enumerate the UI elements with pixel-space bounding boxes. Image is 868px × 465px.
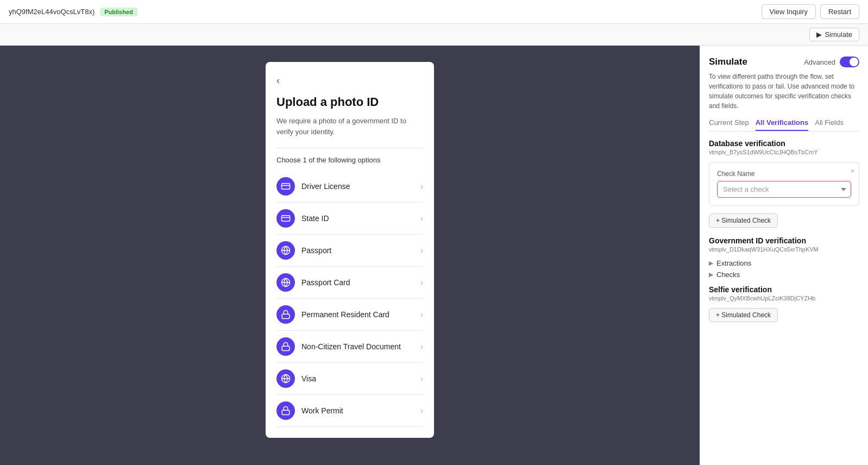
- extractions-label: Extractions: [716, 259, 751, 267]
- panel-header: Simulate Advanced: [709, 56, 859, 67]
- db-verification-id: vtmplv_B7ysS1dW9UcCtcJHQBsTbCmY: [709, 149, 859, 155]
- database-verification-section: Database verification vtmplv_B7ysS1dW9Uc…: [709, 139, 859, 206]
- selfie-verification-section: Selfie verification vtmplv_QyMXBcwhUpLZc…: [709, 285, 859, 301]
- id-option-left-work-permit: Work Permit: [276, 401, 343, 420]
- app-id: yhQ9fM2eL44voQcsLvT8x): [9, 8, 95, 16]
- tab-all-fields[interactable]: All Fields: [815, 118, 844, 131]
- secondary-bar: ▶ Simulate: [0, 24, 868, 46]
- id-option-driver-license[interactable]: Driver License ›: [276, 171, 423, 203]
- chevron-right-icon-driver-license: ›: [420, 182, 423, 191]
- restart-button[interactable]: Restart: [820, 4, 859, 19]
- topbar-left: yhQ9fM2eL44voQcsLvT8x) Published: [9, 8, 137, 16]
- id-option-icon-state-id: [276, 209, 295, 228]
- topbar-right: View Inquiry Restart: [762, 4, 859, 19]
- id-option-icon-passport: [276, 241, 295, 260]
- db-verification-title: Database verification: [709, 139, 859, 148]
- id-option-left-driver-license: Driver License: [276, 177, 350, 196]
- id-option-label-driver-license: Driver License: [301, 182, 350, 191]
- simulate-icon: ▶: [816, 30, 822, 39]
- id-option-non-citizen-travel-document[interactable]: Non-Citizen Travel Document ›: [276, 331, 423, 363]
- extractions-expand[interactable]: ▶ Extractions: [709, 259, 859, 267]
- main-layout: ‹ Upload a photo ID We require a photo o…: [0, 46, 868, 465]
- id-option-label-permanent-resident-card: Permanent Resident Card: [301, 310, 389, 319]
- govt-id-verification-id: vtmplv_D1DkaqW31HXuQCs5xrThpKVM: [709, 246, 859, 253]
- chevron-right-icon-permanent-resident-card: ›: [420, 310, 423, 319]
- advanced-row: Advanced: [804, 56, 859, 67]
- id-option-label-non-citizen-travel-document: Non-Citizen Travel Document: [301, 342, 401, 351]
- chevron-right-icon-non-citizen-travel-document: ›: [420, 342, 423, 351]
- svg-rect-0: [282, 184, 290, 190]
- svg-rect-12: [282, 410, 290, 414]
- id-option-label-passport: Passport: [301, 246, 331, 255]
- id-option-icon-visa: [276, 369, 295, 388]
- card-choose-label: Choose 1 of the following options: [276, 148, 423, 164]
- chevron-right-icon-work-permit: ›: [420, 406, 423, 415]
- tab-all-verifications[interactable]: All Verifications: [756, 118, 809, 131]
- topbar: yhQ9fM2eL44voQcsLvT8x) Published View In…: [0, 0, 868, 24]
- checks-label: Checks: [716, 271, 740, 279]
- published-badge: Published: [100, 8, 137, 16]
- government-id-verification-section: Government ID verification vtmplv_D1Dkaq…: [709, 236, 859, 279]
- panel-title: Simulate: [709, 56, 747, 67]
- check-box: × Check Name Select a check: [709, 162, 859, 206]
- svg-rect-2: [282, 216, 290, 222]
- extractions-arrow-icon: ▶: [709, 260, 713, 267]
- id-option-label-visa: Visa: [301, 374, 316, 383]
- id-option-work-permit[interactable]: Work Permit ›: [276, 395, 423, 427]
- id-option-icon-driver-license: [276, 177, 295, 196]
- checks-arrow-icon: ▶: [709, 271, 713, 278]
- add-simulated-check-button-2[interactable]: + Simulated Check: [709, 308, 778, 322]
- id-upload-card: ‹ Upload a photo ID We require a photo o…: [266, 62, 434, 438]
- svg-rect-8: [282, 314, 290, 318]
- advanced-label: Advanced: [804, 58, 835, 66]
- panel-description: To view different paths through the flow…: [709, 72, 859, 111]
- panel-tabs: Current Step All Verifications All Field…: [709, 118, 859, 131]
- card-title: Upload a photo ID: [276, 95, 423, 109]
- selfie-verification-id: vtmplv_QyMXBcwhUpLZciK38DjCYZHb: [709, 295, 859, 301]
- id-option-icon-passport-card: [276, 273, 295, 292]
- advanced-toggle[interactable]: [840, 56, 859, 67]
- id-option-passport-card[interactable]: Passport Card ›: [276, 267, 423, 299]
- id-option-left-permanent-resident-card: Permanent Resident Card: [276, 305, 389, 324]
- id-option-visa[interactable]: Visa ›: [276, 363, 423, 395]
- simulate-label: Simulate: [825, 30, 852, 39]
- simulate-button[interactable]: ▶ Simulate: [809, 28, 859, 41]
- id-option-icon-work-permit: [276, 401, 295, 420]
- id-option-state-id[interactable]: State ID ›: [276, 203, 423, 235]
- chevron-right-icon-state-id: ›: [420, 214, 423, 223]
- id-option-label-work-permit: Work Permit: [301, 406, 343, 415]
- id-option-icon-non-citizen-travel-document: [276, 337, 295, 356]
- chevron-right-icon-passport-card: ›: [420, 278, 423, 287]
- id-option-passport[interactable]: Passport ›: [276, 235, 423, 267]
- check-name-label: Check Name: [717, 170, 851, 178]
- checks-expand[interactable]: ▶ Checks: [709, 271, 859, 279]
- svg-rect-9: [282, 346, 290, 350]
- id-options-list: Driver License › State ID › Passport › P…: [276, 171, 423, 427]
- id-option-label-passport-card: Passport Card: [301, 278, 350, 287]
- chevron-right-icon-passport: ›: [420, 246, 423, 255]
- view-inquiry-button[interactable]: View Inquiry: [762, 4, 816, 19]
- govt-id-verification-title: Government ID verification: [709, 236, 859, 245]
- id-option-left-state-id: State ID: [276, 209, 329, 228]
- selfie-verification-title: Selfie verification: [709, 285, 859, 294]
- check-box-close[interactable]: ×: [850, 167, 854, 175]
- center-area: ‹ Upload a photo ID We require a photo o…: [0, 46, 700, 465]
- simulate-panel: Simulate Advanced To view different path…: [700, 46, 868, 465]
- id-option-left-passport: Passport: [276, 241, 331, 260]
- add-simulated-check-button-1[interactable]: + Simulated Check: [709, 213, 778, 228]
- id-option-permanent-resident-card[interactable]: Permanent Resident Card ›: [276, 299, 423, 331]
- id-option-left-visa: Visa: [276, 369, 316, 388]
- back-button[interactable]: ‹: [276, 75, 280, 86]
- id-option-left-passport-card: Passport Card: [276, 273, 350, 292]
- tab-current-step[interactable]: Current Step: [709, 118, 749, 131]
- check-name-select[interactable]: Select a check: [717, 181, 851, 198]
- id-option-label-state-id: State ID: [301, 214, 329, 223]
- chevron-right-icon-visa: ›: [420, 374, 423, 383]
- id-option-icon-permanent-resident-card: [276, 305, 295, 324]
- id-option-left-non-citizen-travel-document: Non-Citizen Travel Document: [276, 337, 401, 356]
- card-subtitle: We require a photo of a government ID to…: [276, 116, 423, 137]
